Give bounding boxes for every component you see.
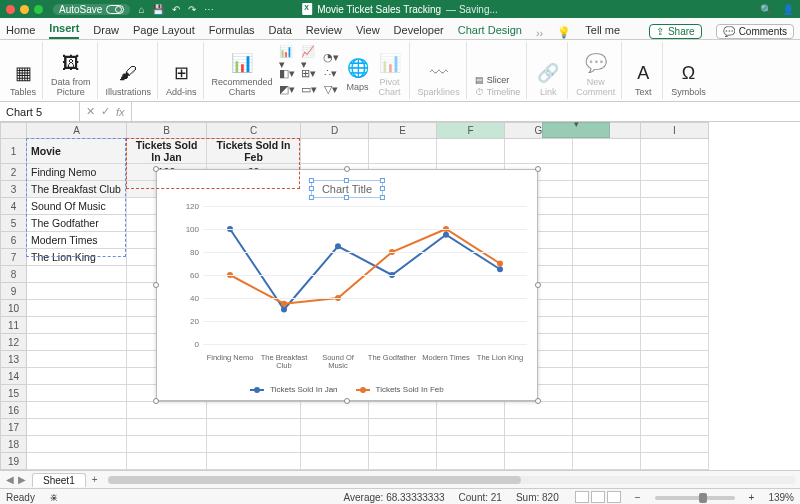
col-header-B[interactable]: B: [127, 123, 207, 139]
col-header-H[interactable]: H: [573, 123, 641, 139]
slicer-button[interactable]: ▤Slicer: [475, 75, 510, 85]
cell-H5[interactable]: [573, 215, 641, 232]
row-header-2[interactable]: 2: [1, 164, 27, 181]
zoom-window-icon[interactable]: [34, 5, 43, 14]
row-header-16[interactable]: 16: [1, 402, 27, 419]
row-header-9[interactable]: 9: [1, 283, 27, 300]
cell-A19[interactable]: [27, 453, 127, 470]
cell-C18[interactable]: [207, 436, 301, 453]
zoom-thumb[interactable]: [699, 493, 707, 503]
row-header-11[interactable]: 11: [1, 317, 27, 334]
accessibility-icon[interactable]: ⛯: [49, 492, 59, 503]
scrollbar-thumb[interactable]: [108, 476, 521, 484]
tab-developer[interactable]: Developer: [394, 21, 444, 39]
cell-H1[interactable]: [573, 139, 641, 164]
cell-H17[interactable]: [573, 419, 641, 436]
cell-D18[interactable]: [301, 436, 369, 453]
hierarchy-chart-icon[interactable]: ◧▾: [279, 67, 295, 81]
cell-A16[interactable]: [27, 402, 127, 419]
tables-icon[interactable]: ▦: [10, 60, 36, 86]
normal-view-icon[interactable]: [575, 491, 589, 503]
tell-me-icon[interactable]: 💡: [557, 26, 571, 39]
view-buttons[interactable]: [573, 491, 621, 505]
zoom-slider[interactable]: [655, 496, 735, 500]
embedded-chart[interactable]: Chart Title Finding NemoThe Breakfast Cl…: [156, 169, 538, 401]
cell-F17[interactable]: [437, 419, 505, 436]
chart-handle-e[interactable]: [535, 282, 541, 288]
row-header-14[interactable]: 14: [1, 368, 27, 385]
row-header-4[interactable]: 4: [1, 198, 27, 215]
cell-A11[interactable]: [27, 317, 127, 334]
illustrations-icon[interactable]: 🖌: [115, 60, 141, 86]
cell-I14[interactable]: [641, 368, 709, 385]
autosave-toggle[interactable]: AutoSave: [53, 4, 130, 15]
cell-A18[interactable]: [27, 436, 127, 453]
cell-H13[interactable]: [573, 351, 641, 368]
enter-formula-icon[interactable]: ✓: [101, 105, 110, 118]
cell-H7[interactable]: [573, 249, 641, 266]
col-header-D[interactable]: D: [301, 123, 369, 139]
new-comment-icon[interactable]: 💬: [583, 50, 609, 76]
cell-A3[interactable]: The Breakfast Club: [27, 181, 127, 198]
cell-H19[interactable]: [573, 453, 641, 470]
cell-E18[interactable]: [369, 436, 437, 453]
cell-I4[interactable]: [641, 198, 709, 215]
cell-I5[interactable]: [641, 215, 709, 232]
quick-access-toolbar[interactable]: ⌂ 💾 ↶ ↷ ⋯: [138, 4, 214, 15]
cell-I9[interactable]: [641, 283, 709, 300]
cell-I18[interactable]: [641, 436, 709, 453]
save-icon[interactable]: 💾: [152, 4, 164, 15]
cell-I15[interactable]: [641, 385, 709, 402]
cell-H4[interactable]: [573, 198, 641, 215]
chart-handle-s[interactable]: [344, 398, 350, 404]
cell-C17[interactable]: [207, 419, 301, 436]
cell-A9[interactable]: [27, 283, 127, 300]
cell-I17[interactable]: [641, 419, 709, 436]
cell-H2[interactable]: [573, 164, 641, 181]
text-icon[interactable]: A: [630, 60, 656, 86]
maps-icon[interactable]: 🌐: [345, 55, 371, 81]
cell-H6[interactable]: [573, 232, 641, 249]
chart-handle-sw[interactable]: [153, 398, 159, 404]
undo-icon[interactable]: ↶: [172, 4, 180, 15]
cell-I16[interactable]: [641, 402, 709, 419]
cell-A4[interactable]: Sound Of Music: [27, 198, 127, 215]
page-layout-view-icon[interactable]: [591, 491, 605, 503]
row-header-8[interactable]: 8: [1, 266, 27, 283]
col-header-I[interactable]: I: [641, 123, 709, 139]
scatter-chart-icon[interactable]: ∴▾: [323, 67, 339, 81]
autosave-switch-icon[interactable]: [106, 5, 124, 14]
more-icon[interactable]: ⋯: [204, 4, 214, 15]
tab-draw[interactable]: Draw: [93, 21, 119, 39]
tab-home[interactable]: Home: [6, 21, 35, 39]
cell-I10[interactable]: [641, 300, 709, 317]
row-header-1[interactable]: 1: [1, 139, 27, 164]
zoom-in-icon[interactable]: +: [749, 492, 755, 503]
col-header-G[interactable]: G: [505, 123, 573, 139]
cell-A12[interactable]: [27, 334, 127, 351]
user-icon[interactable]: 👤: [782, 4, 794, 15]
col-header-F[interactable]: F: [437, 123, 505, 139]
cell-I1[interactable]: [641, 139, 709, 164]
pivot-chart-icon[interactable]: 📊: [377, 50, 403, 76]
cell-H12[interactable]: [573, 334, 641, 351]
page-break-view-icon[interactable]: [607, 491, 621, 503]
cell-E16[interactable]: [369, 402, 437, 419]
cell-D16[interactable]: [301, 402, 369, 419]
addins-icon[interactable]: ⊞: [168, 60, 194, 86]
sparklines-icon[interactable]: 〰: [426, 60, 452, 86]
tab-page-layout[interactable]: Page Layout: [133, 21, 195, 39]
row-header-13[interactable]: 13: [1, 351, 27, 368]
symbols-icon[interactable]: Ω: [676, 60, 702, 86]
cell-B1[interactable]: Tickets Sold In Jan: [127, 139, 207, 164]
cell-F18[interactable]: [437, 436, 505, 453]
comments-button[interactable]: 💬Comments: [716, 24, 794, 39]
chart-handle-ne[interactable]: [535, 166, 541, 172]
row-header-15[interactable]: 15: [1, 385, 27, 402]
sheet-tab-sheet1[interactable]: Sheet1: [32, 473, 86, 487]
col-header-E[interactable]: E: [369, 123, 437, 139]
cell-G17[interactable]: [505, 419, 573, 436]
cell-A15[interactable]: [27, 385, 127, 402]
cell-A10[interactable]: [27, 300, 127, 317]
tab-formulas[interactable]: Formulas: [209, 21, 255, 39]
